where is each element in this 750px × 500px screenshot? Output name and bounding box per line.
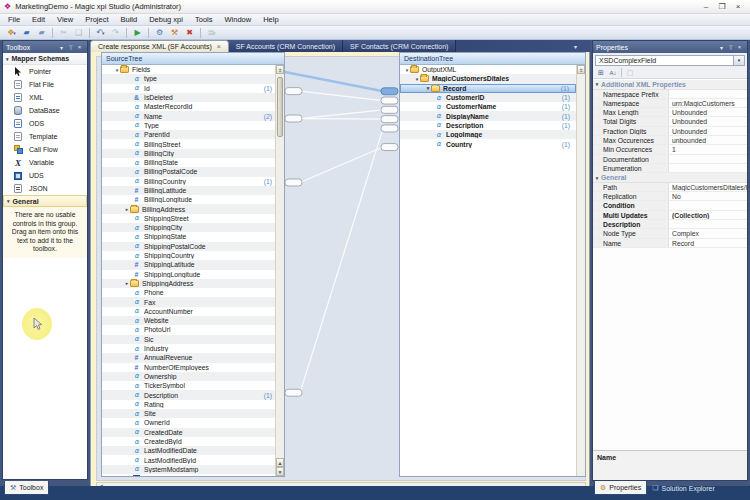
tree-row-accountnumber[interactable]: αAccountNumber [102, 307, 275, 316]
toolbox-item-ods[interactable]: ODS [3, 117, 87, 130]
property-row-enumeration[interactable]: Enumeration [593, 164, 747, 173]
tree-row-parentid[interactable]: αParentId [102, 130, 275, 139]
tree-row-shippingpostalcode[interactable]: αShippingPostalCode [102, 242, 275, 251]
object-selector[interactable]: XSDComplexField ▾ [595, 55, 745, 66]
tree-row-billingcountry[interactable]: αBillingCountry(1) [102, 177, 275, 186]
tree-row-type[interactable]: αtype [102, 74, 275, 83]
tree-row-billinglatitude[interactable]: #BillingLatitude [102, 186, 275, 195]
toolbox-item-xml[interactable]: XML [3, 91, 87, 104]
toolbox-item-template[interactable]: Template [3, 130, 87, 143]
tree-row-ownership[interactable]: αOwnership [102, 372, 275, 381]
tree-row-website[interactable]: αWebsite [102, 316, 275, 325]
close-tab-icon[interactable]: × [217, 43, 221, 50]
menu-help[interactable]: Help [257, 14, 284, 26]
settings-button[interactable]: ⚒ [168, 27, 181, 38]
property-row-description[interactable]: Description [593, 220, 747, 229]
tree-row-customerid[interactable]: αCustomerID(1) [400, 93, 576, 102]
pin-fields-icon[interactable]: ± [577, 65, 585, 74]
tree-row-photourl[interactable]: αPhotoUrl [102, 325, 275, 334]
toolbox-item-flat-file[interactable]: Flat File [3, 78, 87, 91]
tree-row-sic[interactable]: αSic [102, 335, 275, 344]
toolbox-item-variable[interactable]: XVariable [3, 156, 87, 169]
property-row-replication[interactable]: ReplicationNo [593, 192, 747, 201]
toolbox-item-uds[interactable]: UDS [3, 169, 87, 182]
maximize-button[interactable]: ❒ [714, 2, 730, 11]
window-position-icon[interactable]: ▾ [57, 44, 66, 51]
tree-row-shippinglatitude[interactable]: #ShippingLatitude [102, 260, 275, 269]
tree-row-annualrevenue[interactable]: #AnnualRevenue [102, 353, 275, 362]
tree-row-type[interactable]: αType [102, 121, 275, 130]
tree-row-billingstreet[interactable]: αBillingStreet [102, 139, 275, 148]
tree-row-fax[interactable]: αFax [102, 297, 275, 306]
tree-row-masterrecordid[interactable]: αMasterRecordId [102, 102, 275, 111]
tree-row-shippingaddress[interactable]: ▸ShippingAddress [102, 279, 275, 288]
tree-row-customername[interactable]: αCustomerName(1) [400, 102, 576, 111]
tree-row-numberofemployees[interactable]: #NumberOfEmployees [102, 363, 275, 372]
bottom-tab-properties[interactable]: ⚙Properties [594, 481, 647, 495]
menu-build[interactable]: Build [115, 14, 144, 26]
toolbox-group-general[interactable]: ▾General [3, 195, 87, 207]
tree-row-shippingcountry[interactable]: αShippingCountry [102, 251, 275, 260]
tree-row-lastactivitydate[interactable]: LastActivityDate [102, 474, 275, 476]
tree-row-systemmodstamp[interactable]: αSystemModstamp [102, 465, 275, 474]
tab-sf-contacts-crm-connection[interactable]: SF Contacts (CRM Connection) [343, 40, 456, 52]
property-row-max-length[interactable]: Max LengthUnbounded [593, 108, 747, 117]
tree-row-createdbyid[interactable]: αCreatedById [102, 437, 275, 446]
tree-row-ownerid[interactable]: αOwnerId [102, 418, 275, 427]
property-row-path[interactable]: PathMagicCustomersDitales/Record [593, 183, 747, 192]
scroll-up-icon[interactable]: ▲ [276, 458, 284, 467]
scroll-down-icon[interactable]: ▼ [276, 467, 284, 476]
pin-icon[interactable]: ⊤ [66, 44, 75, 51]
tree-row-phone[interactable]: αPhone [102, 288, 275, 297]
menu-tools[interactable]: Tools [189, 14, 219, 26]
tree-row-magiccustomersditales[interactable]: ▾MagicCustomersDitales [400, 74, 576, 83]
tree-row-lastmodifiedbyid[interactable]: αLastModifiedById [102, 455, 275, 464]
tree-row-shippingstate[interactable]: αShippingState [102, 232, 275, 241]
tree-row-displayname[interactable]: αDisplayName(1) [400, 111, 576, 120]
tree-row-description[interactable]: αDescription(1) [102, 390, 275, 399]
property-row-namespace-prefix[interactable]: Namespace Prefix [593, 90, 747, 99]
property-row-condition[interactable]: Condition [593, 201, 747, 210]
tree-row-billingstate[interactable]: αBillingState [102, 158, 275, 167]
property-row-total-digits[interactable]: Total DigitsUnbounded [593, 117, 747, 126]
tree-row-record[interactable]: ▾Record(1) [400, 84, 576, 93]
property-row-name[interactable]: NameRecord [593, 239, 747, 248]
toolbox-item-pointer[interactable]: Pointer [3, 65, 87, 78]
bottom-tab-solution-explorer[interactable]: ❏Solution Explorer [647, 481, 720, 495]
property-section-additional-xml-properties[interactable]: ▾Additional XML Properties [593, 80, 747, 90]
tree-row-billingcity[interactable]: αBillingCity [102, 149, 275, 158]
tree-row-tickersymbol[interactable]: αTickerSymbol [102, 381, 275, 390]
tree-row-outputxml[interactable]: ▾OutputXML [400, 65, 576, 74]
tree-row-billinglongitude[interactable]: #BillingLongitude [102, 195, 275, 204]
categorize-icon[interactable]: ⊞ [595, 68, 607, 78]
menu-project[interactable]: Project [79, 14, 114, 26]
property-row-fraction-digits[interactable]: Fraction DigitsUnbounded [593, 127, 747, 136]
destination-scrollbar[interactable]: ± [576, 65, 585, 476]
tree-row-shippinglongitude[interactable]: #ShippingLongitude [102, 270, 275, 279]
tab-sf-accounts-crm-connection[interactable]: SF Accounts (CRM Connection) [229, 40, 343, 52]
menu-file[interactable]: File [2, 14, 26, 26]
toolbox-group-mapper-schemas[interactable]: ▾Mapper Schemas [3, 53, 87, 65]
source-scrollbar[interactable]: ± ▲ ▼ [275, 65, 284, 476]
tree-row-name[interactable]: αName(2) [102, 111, 275, 120]
run-button[interactable]: ▶ [131, 27, 144, 38]
tree-row-shippingcity[interactable]: αShippingCity [102, 223, 275, 232]
close-button[interactable]: × [730, 2, 746, 11]
property-section-general[interactable]: ▾General [593, 173, 747, 183]
property-row-min-occurences[interactable]: Min Occurences1 [593, 145, 747, 154]
tree-row-description[interactable]: αDescription(1) [400, 121, 576, 130]
tree-row-country[interactable]: αCountry(1) [400, 139, 576, 148]
property-row-namespace[interactable]: Namespaceurn:MagicCustomers [593, 99, 747, 108]
tree-row-id[interactable]: αId(1) [102, 84, 275, 93]
menu-debug-xpi[interactable]: Debug xpi [143, 14, 189, 26]
scrollbar-thumb[interactable] [277, 77, 283, 137]
save-all-button[interactable]: ▰ [35, 27, 48, 38]
tree-row-fields[interactable]: ▾Fields [102, 65, 275, 74]
toolbox-header[interactable]: Toolbox ▾ ⊤ × [3, 41, 87, 53]
property-row-max-occurences[interactable]: Max Occurencesunbounded [593, 136, 747, 145]
tree-row-industry[interactable]: αIndustry [102, 344, 275, 353]
menu-edit[interactable]: Edit [26, 14, 51, 26]
minimize-button[interactable]: – [698, 2, 714, 11]
property-pages-icon[interactable]: ▢ [624, 68, 636, 78]
menu-view[interactable]: View [51, 14, 79, 26]
